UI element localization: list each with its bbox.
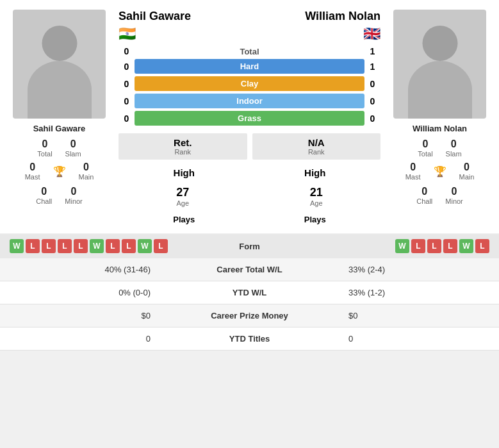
rank-panels: Ret. Rank N/A Rank [119,133,380,160]
left-chall-value: 0 [41,186,47,197]
form-badge-right: L [411,239,425,253]
right-chall-stat: 0 Chall [416,186,432,205]
left-player-avatar [13,10,106,119]
stats-table: 40% (31-46) Career Total W/L 33% (2-4) 0… [0,258,499,351]
stats-row: 0 YTD Titles 0 [0,328,499,351]
age-panels: 27 Age 21 Age [119,186,380,207]
left-slam-value: 0 [70,138,76,150]
stat-left-val: 0 [0,328,160,351]
left-player-title: Sahil Gaware [119,10,191,23]
left-total-label: Total [37,150,52,158]
right-player-avatar [393,10,486,119]
stat-center-label: YTD W/L [160,281,339,304]
right-player-name: William Nolan [413,124,467,133]
main-container: Sahil Gaware 0 Total 0 Slam 0 Mast 🏆 [0,0,499,351]
right-rank-panel: N/A Rank [252,133,381,160]
right-flag: 🇬🇧 [363,26,380,42]
form-badge-left: L [154,239,168,253]
left-age-value: 27 [119,186,247,199]
left-stats-row1: 0 Total 0 Slam [37,138,81,158]
hard-right-score: 1 [364,62,380,72]
right-trophy-icon: 🏆 [434,165,446,178]
left-total-value: 0 [42,138,48,150]
form-badge-left: W [90,239,104,253]
names-header: Sahil Gaware William Nolan [119,10,380,23]
form-badge-right: W [459,239,473,253]
form-badge-right: L [443,239,457,253]
stat-center-label: YTD Titles [160,328,339,351]
grass-right-score: 0 [364,113,380,124]
right-age-panel: 21 Age [252,186,381,207]
form-badge-left: L [106,239,120,253]
stat-right-val: 0 [339,328,499,351]
right-total-stat: 0 Total [418,138,432,158]
left-player-name: Sahil Gaware [33,124,86,133]
left-form-badges: WLLLLWLLWL [10,239,211,253]
left-chall-label: Chall [36,197,52,205]
left-age-panel: 27 Age [119,186,247,207]
right-minor-stat: 0 Minor [445,186,463,205]
right-slam-value: 0 [451,138,457,150]
clay-row: 0 Clay 0 [119,76,380,91]
indoor-row: 0 Indoor 0 [119,94,380,108]
total-left-score: 0 [119,46,135,56]
high-row: High High [119,167,380,178]
grass-left-score: 0 [119,113,135,124]
left-main-stat: 0 Main [79,162,94,181]
right-chall-label: Chall [416,197,432,205]
right-rank-label: Rank [260,148,373,156]
clay-left-score: 0 [119,79,135,89]
indoor-right-score: 0 [364,96,380,106]
right-main-value: 0 [464,162,470,173]
clay-badge: Clay [135,76,364,91]
left-mast-label: Mast [25,173,40,181]
left-mast-stat: 0 Mast [25,162,40,181]
right-main-label: Main [459,173,475,181]
left-rank-label: Rank [126,148,240,156]
form-label: Form [211,242,288,251]
right-plays: Plays [250,215,381,224]
plays-row: Plays Plays [119,215,380,224]
right-total-label: Total [418,150,432,158]
clay-right-score: 0 [364,79,380,89]
form-section: WLLLLWLLWL Form WLLLWL [0,234,499,258]
right-minor-value: 0 [452,186,457,197]
left-main-value: 0 [83,162,89,173]
flags-row: 🇮🇳 🇬🇧 [119,26,380,42]
form-badge-left: L [42,239,56,253]
stat-center-label: Career Prize Money [160,304,339,328]
left-trophy-icon: 🏆 [53,165,66,178]
stat-left-val: 40% (31-46) [0,258,160,281]
right-slam-stat: 0 Slam [446,138,462,158]
hard-left-score: 0 [119,62,135,72]
left-slam-stat: 0 Slam [65,138,81,158]
right-player-title: William Nolan [305,10,380,23]
right-total-value: 0 [423,138,429,150]
form-badge-right: L [475,239,489,253]
left-player-column: Sahil Gaware 0 Total 0 Slam 0 Mast 🏆 [3,10,115,227]
indoor-left-score: 0 [119,96,135,106]
left-flag: 🇮🇳 [119,26,136,42]
hard-badge: Hard [135,59,364,74]
form-badge-left: L [58,239,72,253]
left-chall-stat: 0 Chall [36,186,52,205]
indoor-badge: Indoor [135,94,364,108]
left-rank-panel: Ret. Rank [119,133,247,160]
middle-column: Sahil Gaware William Nolan 🇮🇳 🇬🇧 0 Total… [115,10,384,227]
stats-row: 40% (31-46) Career Total W/L 33% (2-4) [0,258,499,281]
right-mast-stat: 0 Mast [405,162,421,181]
total-row: 0 Total 1 [119,46,380,56]
left-minor-label: Minor [65,197,83,205]
left-age-label: Age [119,199,247,207]
grass-row: 0 Grass 0 [119,111,380,126]
stats-row: $0 Career Prize Money $0 [0,304,499,328]
stat-right-val: 33% (1-2) [339,281,499,304]
right-main-stat: 0 Main [459,162,475,181]
stat-right-val: 33% (2-4) [339,258,499,281]
right-high: High [250,167,381,178]
left-plays: Plays [119,215,250,224]
right-rank-value: N/A [260,137,373,148]
right-mast-value: 0 [410,162,416,173]
right-stats-row2: 0 Mast 🏆 0 Main [405,162,475,181]
right-form-badges: WLLLWL [288,239,490,253]
